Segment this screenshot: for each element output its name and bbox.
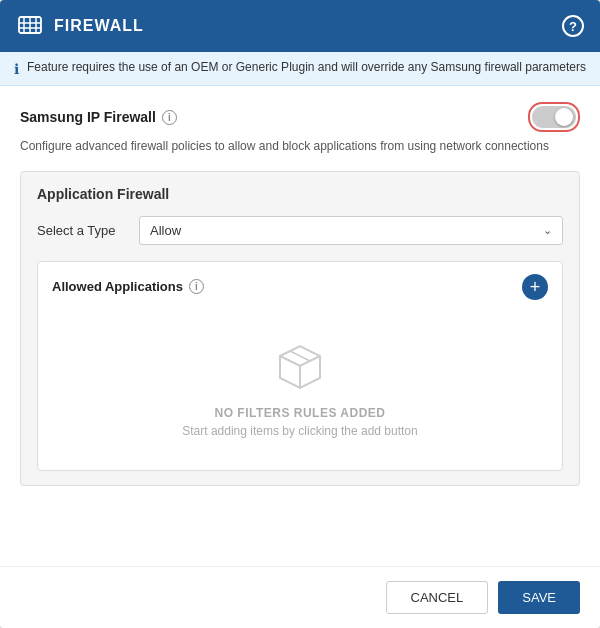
select-type-label: Select a Type <box>37 223 127 238</box>
add-hint-text: Start adding items by clicking the add b… <box>182 424 417 438</box>
cancel-button[interactable]: CANCEL <box>386 581 489 614</box>
save-button[interactable]: SAVE <box>498 581 580 614</box>
samsung-firewall-toggle[interactable] <box>532 106 576 128</box>
select-type-value: Allow <box>150 223 181 238</box>
select-type-dropdown[interactable]: Allow ⌄ <box>139 216 563 245</box>
no-filters-text: NO FILTERS RULES ADDED <box>214 406 385 420</box>
allowed-apps-info-icon[interactable]: i <box>189 279 204 294</box>
modal-footer: CANCEL SAVE <box>0 566 600 628</box>
empty-box-icon <box>270 336 330 396</box>
allowed-apps-header: Allowed Applications i + <box>52 274 548 300</box>
header-left: FIREWALL <box>16 12 144 40</box>
add-application-button[interactable]: + <box>522 274 548 300</box>
allowed-apps-label: Allowed Applications i <box>52 279 204 294</box>
allowed-apps-box: Allowed Applications i + NO FILTERS RULE… <box>37 261 563 471</box>
content-area: Samsung IP Firewall i Configure advanced… <box>0 86 600 566</box>
modal-header: FIREWALL ? <box>0 0 600 52</box>
select-type-row: Select a Type Allow ⌄ <box>37 216 563 245</box>
empty-state: NO FILTERS RULES ADDED Start adding item… <box>52 316 548 458</box>
firewall-icon <box>16 12 44 40</box>
info-banner: ℹ Feature requires the use of an OEM or … <box>0 52 600 86</box>
samsung-firewall-label: Samsung IP Firewall i <box>20 109 177 125</box>
samsung-label-text: Samsung IP Firewall <box>20 109 156 125</box>
toggle-wrapper <box>528 102 580 132</box>
firewall-modal: FIREWALL ? ℹ Feature requires the use of… <box>0 0 600 628</box>
samsung-info-icon[interactable]: i <box>162 110 177 125</box>
app-firewall-section: Application Firewall Select a Type Allow… <box>20 171 580 486</box>
samsung-firewall-row: Samsung IP Firewall i <box>20 102 580 132</box>
chevron-down-icon: ⌄ <box>543 224 552 237</box>
header-title: FIREWALL <box>54 17 144 35</box>
app-firewall-title: Application Firewall <box>37 186 563 202</box>
info-banner-text: Feature requires the use of an OEM or Ge… <box>27 60 586 74</box>
help-button[interactable]: ? <box>562 15 584 37</box>
allowed-label-text: Allowed Applications <box>52 279 183 294</box>
info-banner-icon: ℹ <box>14 61 19 77</box>
samsung-description: Configure advanced firewall policies to … <box>20 138 580 155</box>
